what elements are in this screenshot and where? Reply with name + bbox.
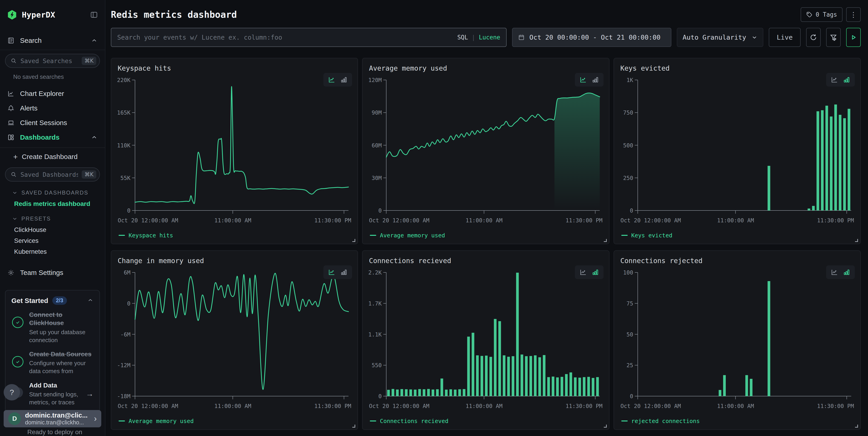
chevron-up-icon[interactable] bbox=[87, 297, 94, 304]
sidebar-item-client-sessions[interactable]: Client Sessions bbox=[0, 116, 105, 130]
get-started-item-connect[interactable]: Connect to ClickHouse Set up your databa… bbox=[11, 311, 94, 344]
chevron-down-icon bbox=[751, 34, 757, 40]
sidebar-item-dashboards[interactable]: Dashboards bbox=[0, 130, 105, 145]
legend-swatch bbox=[621, 420, 628, 422]
legend-label: Average memory used bbox=[129, 418, 194, 425]
bar-chart-toggle-icon[interactable] bbox=[592, 268, 599, 276]
collapse-sidebar-icon[interactable] bbox=[90, 11, 98, 19]
line-chart-toggle-icon[interactable] bbox=[580, 268, 587, 276]
live-button[interactable]: Live bbox=[769, 28, 801, 47]
svg-text:11:00:00 AM: 11:00:00 AM bbox=[717, 403, 754, 409]
event-search-input[interactable] bbox=[117, 34, 453, 41]
more-options-button[interactable]: ⋮ bbox=[846, 7, 861, 22]
preset-clickhouse[interactable]: ClickHouse bbox=[0, 224, 105, 235]
create-dashboard-button[interactable]: + Create Dashboard bbox=[0, 150, 105, 164]
chevron-down-icon bbox=[12, 216, 18, 222]
line-chart-toggle-icon[interactable] bbox=[580, 76, 587, 83]
svg-text:90M: 90M bbox=[372, 109, 382, 116]
date-range-picker[interactable]: Oct 20 00:00:00 - Oct 21 00:00:00 bbox=[512, 28, 671, 47]
toolbar: SQL | Lucene Oct 20 00:00:00 - Oct 21 00… bbox=[111, 28, 861, 47]
line-chart-toggle-icon[interactable] bbox=[831, 268, 838, 276]
svg-text:60M: 60M bbox=[372, 142, 382, 149]
svg-text:1.1K: 1.1K bbox=[368, 331, 382, 338]
bar-chart-toggle-icon[interactable] bbox=[843, 76, 850, 83]
svg-text:0: 0 bbox=[630, 207, 633, 214]
sidebar-item-alerts[interactable]: Alerts bbox=[0, 101, 105, 116]
get-started-item-desc: Start sending logs, metrics, or traces bbox=[29, 390, 79, 406]
saved-dashboards-input[interactable] bbox=[21, 171, 78, 178]
get-started-item-desc: Set up your database connection bbox=[29, 328, 94, 344]
lucene-toggle[interactable]: Lucene bbox=[479, 34, 500, 41]
presets-header[interactable]: PRESETS bbox=[12, 215, 105, 222]
event-search-box: SQL | Lucene bbox=[111, 28, 506, 47]
chart-canvas[interactable]: 6M0-6M-12M-18MOct 20 12:00:00 AM11:00:00… bbox=[117, 269, 352, 416]
chart-canvas[interactable]: 1K7505002500Oct 20 12:00:00 AM11:00:00 A… bbox=[620, 76, 854, 230]
preset-services[interactable]: Services bbox=[0, 235, 105, 246]
resize-handle[interactable] bbox=[855, 239, 858, 242]
chart-canvas[interactable]: 2.2K1.7K1.1K5500Oct 20 12:00:00 AM11:00:… bbox=[368, 269, 603, 416]
sidebar-section-search[interactable]: Search bbox=[0, 34, 105, 47]
query-language-toggle: SQL | Lucene bbox=[457, 34, 500, 41]
chart-legend: Keys evicted bbox=[620, 230, 854, 240]
tags-button[interactable]: 0 Tags bbox=[801, 7, 842, 22]
resize-handle[interactable] bbox=[604, 239, 607, 242]
run-query-button[interactable] bbox=[846, 28, 861, 47]
chart-canvas[interactable]: 220K165K110K55K0Oct 20 12:00:00 AM11:00:… bbox=[117, 76, 352, 230]
help-button[interactable]: ? bbox=[4, 384, 20, 401]
legend-swatch bbox=[370, 235, 376, 236]
svg-text:-6M: -6M bbox=[120, 331, 130, 338]
chart-canvas[interactable]: 120M90M60M30M0Oct 20 12:00:00 AM11:00:00… bbox=[368, 76, 603, 230]
chart-type-toggle bbox=[323, 265, 352, 279]
line-chart-toggle-icon[interactable] bbox=[328, 76, 335, 83]
legend-label: Average memory used bbox=[380, 232, 445, 239]
get-started-header[interactable]: Get Started 2/3 bbox=[11, 296, 94, 305]
granularity-select[interactable]: Auto Granularity bbox=[677, 28, 763, 47]
saved-dashboards-search[interactable]: ⌘K bbox=[5, 168, 100, 181]
line-chart-toggle-icon[interactable] bbox=[831, 76, 838, 83]
sidebar-item-chart-explorer[interactable]: Chart Explorer bbox=[0, 86, 105, 101]
saved-searches-input[interactable] bbox=[21, 57, 78, 64]
get-started-item-sources[interactable]: Create Data Sources Configure where your… bbox=[11, 350, 94, 375]
bar-chart-toggle-icon[interactable] bbox=[340, 76, 347, 83]
resize-handle[interactable] bbox=[604, 425, 607, 428]
saved-searches-search[interactable]: ⌘K bbox=[5, 54, 100, 68]
svg-text:Oct 20 12:00:00 AM: Oct 20 12:00:00 AM bbox=[118, 217, 178, 224]
sql-toggle[interactable]: SQL bbox=[457, 34, 468, 41]
chart-panel-keyspace-hits: Keyspace hits 220K165K110K55K0Oct 20 12:… bbox=[111, 58, 358, 244]
get-started-item-add-data[interactable]: 3 Add Data Start sending logs, metrics, … bbox=[11, 381, 94, 407]
search-icon bbox=[10, 58, 17, 64]
resize-handle[interactable] bbox=[855, 425, 858, 428]
filter-button[interactable] bbox=[826, 28, 841, 47]
svg-text:11:00:00 AM: 11:00:00 AM bbox=[466, 403, 502, 409]
saved-dashboards-header-label: SAVED DASHBOARDS bbox=[21, 190, 88, 196]
refresh-button[interactable] bbox=[806, 28, 821, 47]
search-icon bbox=[10, 171, 17, 178]
svg-text:11:30:00 PM: 11:30:00 PM bbox=[314, 403, 351, 409]
avatar: D bbox=[8, 412, 21, 425]
plus-icon: + bbox=[13, 152, 18, 161]
bar-chart-toggle-icon[interactable] bbox=[592, 76, 599, 83]
user-menu[interactable]: D dominic.tran@clic... dominic.tran@clic… bbox=[4, 410, 101, 427]
no-saved-searches-text: No saved searches bbox=[13, 74, 105, 80]
shortcut-badge: ⌘K bbox=[82, 170, 96, 179]
laptop-icon bbox=[7, 119, 14, 126]
svg-text:Oct 20 12:00:00 AM: Oct 20 12:00:00 AM bbox=[620, 217, 681, 224]
chart-canvas[interactable]: 1007550250Oct 20 12:00:00 AM11:00:00 AM1… bbox=[620, 269, 854, 416]
bar-chart-toggle-icon[interactable] bbox=[843, 268, 850, 276]
svg-text:0: 0 bbox=[630, 393, 633, 400]
svg-text:120M: 120M bbox=[368, 77, 382, 83]
line-chart-toggle-icon[interactable] bbox=[328, 268, 335, 276]
team-settings-label: Team Settings bbox=[20, 269, 98, 277]
sidebar-item-team-settings[interactable]: Team Settings bbox=[0, 265, 105, 280]
preset-kubernetes[interactable]: Kubernetes bbox=[0, 246, 105, 257]
resize-handle[interactable] bbox=[352, 425, 355, 428]
svg-text:2.2K: 2.2K bbox=[368, 269, 382, 276]
deploy-clickhouse-text: Ready to deploy on ClickHouse Cloud? bbox=[27, 428, 91, 436]
svg-text:Oct 20 12:00:00 AM: Oct 20 12:00:00 AM bbox=[118, 403, 178, 409]
sidebar-item-redis-dashboard[interactable]: Redis metrics dashboard bbox=[14, 200, 105, 207]
bar-chart-toggle-icon[interactable] bbox=[340, 268, 347, 276]
get-started-item-desc: Configure where your data comes from bbox=[29, 359, 94, 375]
chart-type-toggle bbox=[826, 265, 855, 279]
saved-dashboards-header[interactable]: SAVED DASHBOARDS bbox=[12, 189, 105, 196]
resize-handle[interactable] bbox=[352, 239, 355, 242]
